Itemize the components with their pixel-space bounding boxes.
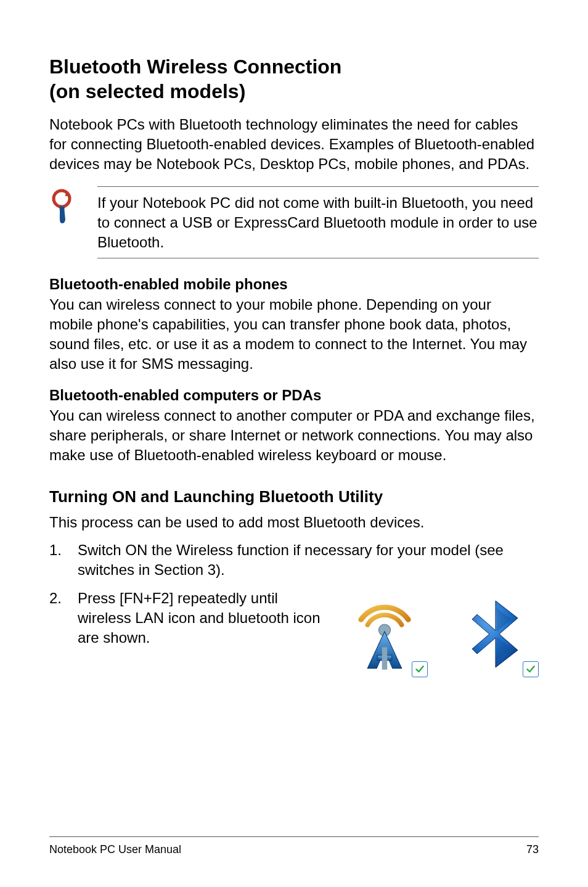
step-2: 2. Press [FN+F2] repeatedly until wirele… [49, 588, 539, 677]
step-2-number: 2. [49, 588, 78, 677]
footer-page-number: 73 [526, 843, 539, 856]
step-1-number: 1. [49, 540, 78, 580]
check-badge-icon [412, 661, 428, 677]
intro-paragraph: Notebook PCs with Bluetooth technology e… [49, 115, 539, 174]
title-line-1: Bluetooth Wireless Connection [49, 56, 341, 78]
step-2-text: Press [FN+F2] repeatedly until wireless … [78, 588, 339, 648]
svg-point-1 [65, 194, 68, 196]
note-text-wrap: If your Notebook PC did not come with bu… [97, 186, 539, 259]
section-body-computers: You can wireless connect to another comp… [49, 406, 539, 465]
note-callout: If your Notebook PC did not come with bu… [49, 186, 539, 259]
footer-title: Notebook PC User Manual [49, 843, 181, 856]
section-body-phones: You can wireless connect to your mobile … [49, 295, 539, 374]
section-heading-phones: Bluetooth-enabled mobile phones [49, 274, 539, 294]
svg-point-0 [54, 191, 70, 207]
section-heading-computers: Bluetooth-enabled computers or PDAs [49, 386, 539, 405]
tip-icon [49, 189, 86, 228]
svg-rect-4 [382, 648, 388, 670]
wlan-antenna-icon [341, 591, 428, 677]
utility-heading: Turning ON and Launching Bluetooth Utili… [49, 487, 539, 506]
note-text: If your Notebook PC did not come with bu… [97, 193, 539, 252]
page-title: Bluetooth Wireless Connection (on select… [49, 54, 539, 104]
status-icons-group [341, 591, 539, 677]
check-badge-icon [523, 661, 539, 677]
page-footer: Notebook PC User Manual 73 [49, 836, 539, 856]
bluetooth-icon [452, 591, 539, 677]
title-line-2: (on selected models) [49, 80, 245, 102]
utility-intro: This process can be used to add most Blu… [49, 513, 539, 532]
step-1: 1. Switch ON the Wireless function if ne… [49, 540, 539, 580]
step-1-text: Switch ON the Wireless function if neces… [78, 540, 539, 580]
